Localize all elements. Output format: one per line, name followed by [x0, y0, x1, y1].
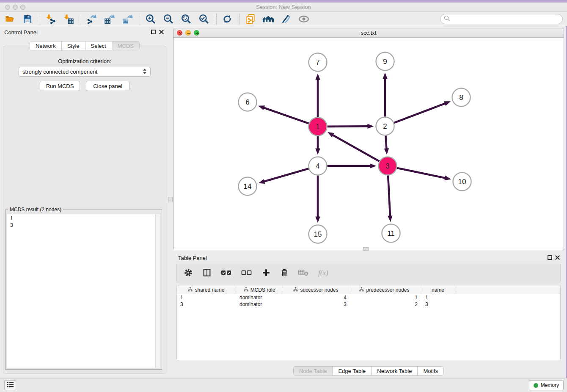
node-2[interactable]: 2 [376, 117, 394, 135]
delete-table-button[interactable] [298, 268, 309, 278]
clone-network-button[interactable] [244, 13, 257, 25]
optimization-criterion-label: Optimization criterion: [0, 58, 169, 64]
function-builder-button[interactable]: f(x) [318, 269, 328, 277]
edge-2-9[interactable] [383, 73, 388, 117]
zoom-fit-icon [181, 14, 192, 25]
export-image-button[interactable] [121, 13, 134, 25]
vertical-splitter-grip[interactable] [168, 197, 173, 202]
fx-icon: f(x) [318, 269, 328, 277]
edge-3-10[interactable] [397, 168, 451, 180]
edge-1-6[interactable] [258, 105, 309, 123]
zoom-selected-button[interactable] [198, 13, 210, 25]
deselect-all-columns-button[interactable] [241, 269, 252, 278]
network-canvas[interactable]: 7968124314101511 [173, 38, 564, 250]
node-6[interactable]: 6 [239, 93, 257, 111]
node-label: 9 [383, 58, 387, 66]
create-column-button[interactable] [261, 268, 271, 279]
zoom-out-button[interactable] [162, 13, 175, 25]
network-graph[interactable]: 7968124314101511 [173, 38, 564, 250]
edge-1-4[interactable] [315, 136, 320, 155]
hide-graphics-details-button[interactable] [297, 13, 310, 25]
import-network-icon [45, 14, 56, 25]
toolbar-separator [216, 14, 217, 25]
edge-1-7[interactable] [315, 74, 320, 117]
tab-network-table[interactable]: Network Table [372, 367, 418, 375]
tab-select[interactable]: Select [85, 41, 112, 50]
delete-table-icon [298, 268, 309, 278]
node-9[interactable]: 9 [376, 52, 394, 71]
edge-3-11[interactable] [388, 175, 392, 222]
horizontal-splitter-grip[interactable] [363, 247, 369, 251]
first-neighbors-button[interactable] [262, 13, 275, 25]
export-table-button[interactable] [103, 13, 116, 25]
node-10[interactable]: 10 [453, 173, 471, 191]
memory-status-icon [534, 383, 538, 388]
node-4[interactable]: 4 [309, 157, 327, 175]
save-session-button[interactable] [21, 13, 34, 25]
node-7[interactable]: 7 [309, 53, 327, 72]
column-header-predecessor-nodes[interactable]: predecessor nodes [349, 286, 420, 294]
zoom-selected-icon [198, 14, 209, 25]
show-graphics-details-button[interactable] [280, 13, 292, 25]
hierarchy-icon [188, 287, 193, 293]
checked-boxes-icon [221, 269, 232, 278]
edge-1-2[interactable] [327, 124, 374, 129]
column-header-successor-nodes[interactable]: successor nodes [283, 286, 349, 294]
zoom-fit-button[interactable] [180, 13, 193, 25]
edge-2-3[interactable] [384, 135, 389, 155]
node-3[interactable]: 3 [379, 157, 397, 175]
float-panel-button[interactable] [151, 30, 156, 34]
search-input[interactable] [452, 15, 562, 23]
node-label: 3 [385, 162, 389, 170]
node-label: 15 [314, 230, 322, 238]
export-network-button[interactable] [85, 13, 98, 25]
column-header-mcds-role[interactable]: MCDS role [236, 286, 283, 294]
select-all-columns-button[interactable] [221, 269, 232, 278]
task-history-button[interactable] [4, 380, 16, 390]
open-file-button[interactable] [3, 13, 16, 25]
close-table-panel-button[interactable] [555, 255, 560, 260]
import-network-button[interactable] [44, 13, 57, 25]
memory-button[interactable]: Memory [529, 380, 564, 390]
node-1[interactable]: 1 [309, 118, 327, 136]
import-table-button[interactable] [62, 13, 75, 25]
network-window-titlebar[interactable]: scc.txt [173, 28, 564, 38]
column-header-shared-name[interactable]: shared name [177, 286, 236, 294]
close-panel-button[interactable] [159, 29, 164, 35]
show-column-panel-button[interactable] [202, 268, 212, 279]
tab-node-table[interactable]: Node Table [294, 367, 333, 375]
scrollbar[interactable] [155, 214, 160, 368]
zoom-in-button[interactable] [144, 13, 157, 25]
edge-4-14[interactable] [258, 168, 308, 184]
tab-motifs[interactable]: Motifs [418, 367, 443, 375]
first-neighbors-icon [262, 14, 275, 25]
edge-2-8[interactable] [394, 101, 451, 123]
table-row[interactable]: 1 dominator 4 1 1 [177, 294, 560, 301]
run-mcds-button[interactable]: Run MCDS [40, 81, 80, 91]
edge-4-3[interactable] [328, 163, 377, 168]
tab-style[interactable]: Style [62, 41, 85, 50]
node-14[interactable]: 14 [239, 177, 257, 196]
tab-edge-table[interactable]: Edge Table [333, 367, 372, 375]
main-titlebar: Session: New Session [0, 3, 567, 12]
edge-4-15[interactable] [315, 176, 320, 223]
float-table-panel-button[interactable] [548, 255, 552, 260]
close-panel-inner-button[interactable]: Close panel [86, 81, 129, 91]
node-8[interactable]: 8 [452, 88, 471, 107]
mcds-result-group: MCDS result (2 nodes) 1 3 [5, 210, 162, 370]
delete-column-button[interactable] [280, 268, 289, 279]
apply-layout-icon [222, 14, 233, 25]
apply-layout-button[interactable] [221, 13, 234, 25]
tab-network[interactable]: Network [30, 41, 62, 50]
table-row[interactable]: 3 dominator 3 2 3 [177, 301, 560, 308]
node-label: 10 [458, 178, 466, 186]
node-label: 2 [383, 122, 387, 130]
node-11[interactable]: 11 [382, 224, 400, 243]
table-settings-button[interactable] [184, 268, 193, 279]
node-15[interactable]: 15 [309, 225, 327, 243]
mcds-result-list[interactable]: 1 3 [6, 214, 161, 368]
tab-mcds[interactable]: MCDS [112, 41, 139, 50]
criterion-dropdown[interactable]: strongly connected component [19, 67, 151, 77]
edge-3-1[interactable] [328, 132, 379, 161]
column-header-name[interactable]: name [420, 286, 456, 294]
